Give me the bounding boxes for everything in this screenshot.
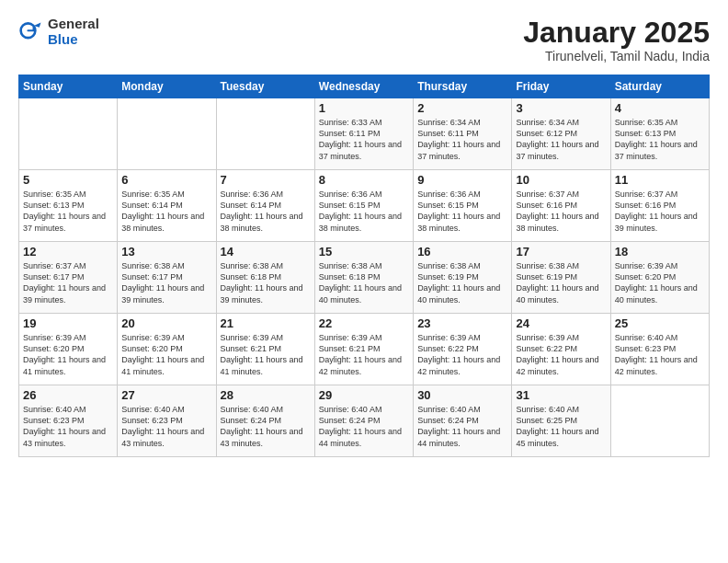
weekday-header-friday: Friday [512, 75, 610, 98]
cell-info: Sunrise: 6:35 AMSunset: 6:13 PMDaylight:… [615, 117, 705, 162]
day-number: 1 [319, 101, 409, 115]
day-number: 24 [516, 316, 606, 330]
cell-info: Sunrise: 6:40 AMSunset: 6:23 PMDaylight:… [615, 332, 705, 377]
calendar-cell: 31Sunrise: 6:40 AMSunset: 6:25 PMDayligh… [512, 385, 610, 457]
calendar-week-row: 26Sunrise: 6:40 AMSunset: 6:23 PMDayligh… [19, 385, 710, 457]
calendar-cell: 15Sunrise: 6:38 AMSunset: 6:18 PMDayligh… [314, 242, 413, 314]
cell-info: Sunrise: 6:34 AMSunset: 6:12 PMDaylight:… [516, 117, 606, 162]
calendar-cell: 30Sunrise: 6:40 AMSunset: 6:24 PMDayligh… [414, 385, 512, 457]
calendar-week-row: 19Sunrise: 6:39 AMSunset: 6:20 PMDayligh… [19, 314, 710, 385]
logo-blue-label: Blue [48, 32, 99, 48]
cell-info: Sunrise: 6:39 AMSunset: 6:20 PMDaylight:… [615, 260, 705, 305]
day-number: 12 [23, 245, 113, 259]
cell-info: Sunrise: 6:40 AMSunset: 6:23 PMDaylight:… [121, 404, 211, 449]
day-number: 3 [516, 101, 606, 115]
calendar-cell [610, 385, 709, 457]
calendar-cell: 11Sunrise: 6:37 AMSunset: 6:16 PMDayligh… [610, 170, 709, 242]
day-number: 29 [319, 388, 409, 402]
day-number: 20 [121, 316, 211, 330]
day-number: 9 [417, 173, 507, 187]
calendar-cell: 25Sunrise: 6:40 AMSunset: 6:23 PMDayligh… [610, 314, 709, 385]
cell-info: Sunrise: 6:35 AMSunset: 6:13 PMDaylight:… [23, 189, 113, 234]
calendar-week-row: 1Sunrise: 6:33 AMSunset: 6:11 PMDaylight… [19, 98, 710, 170]
calendar-cell: 5Sunrise: 6:35 AMSunset: 6:13 PMDaylight… [19, 170, 118, 242]
calendar-cell [118, 98, 216, 170]
day-number: 11 [615, 173, 705, 187]
cell-info: Sunrise: 6:39 AMSunset: 6:22 PMDaylight:… [417, 332, 507, 377]
cell-info: Sunrise: 6:36 AMSunset: 6:14 PMDaylight:… [221, 189, 311, 234]
calendar-cell: 23Sunrise: 6:39 AMSunset: 6:22 PMDayligh… [414, 314, 512, 385]
calendar-cell: 10Sunrise: 6:37 AMSunset: 6:16 PMDayligh… [512, 170, 610, 242]
cell-info: Sunrise: 6:40 AMSunset: 6:24 PMDaylight:… [319, 404, 409, 449]
page: General Blue January 2025 Tirunelveli, T… [0, 0, 728, 466]
calendar-table: SundayMondayTuesdayWednesdayThursdayFrid… [18, 75, 710, 457]
calendar-cell: 4Sunrise: 6:35 AMSunset: 6:13 PMDaylight… [610, 98, 709, 170]
day-number: 10 [516, 173, 606, 187]
weekday-header-sunday: Sunday [19, 75, 118, 98]
calendar-cell [19, 98, 118, 170]
calendar-cell: 9Sunrise: 6:36 AMSunset: 6:15 PMDaylight… [414, 170, 512, 242]
day-number: 4 [615, 101, 705, 115]
calendar-week-row: 12Sunrise: 6:37 AMSunset: 6:17 PMDayligh… [19, 242, 710, 314]
cell-info: Sunrise: 6:39 AMSunset: 6:21 PMDaylight:… [221, 332, 311, 377]
month-title: January 2025 [523, 17, 710, 49]
cell-info: Sunrise: 6:36 AMSunset: 6:15 PMDaylight:… [417, 189, 507, 234]
calendar-cell: 17Sunrise: 6:38 AMSunset: 6:19 PMDayligh… [512, 242, 610, 314]
weekday-header-thursday: Thursday [414, 75, 512, 98]
header: General Blue January 2025 Tirunelveli, T… [18, 17, 710, 63]
day-number: 13 [121, 245, 211, 259]
calendar-cell: 21Sunrise: 6:39 AMSunset: 6:21 PMDayligh… [216, 314, 314, 385]
weekday-header-wednesday: Wednesday [314, 75, 413, 98]
calendar-cell: 14Sunrise: 6:38 AMSunset: 6:18 PMDayligh… [216, 242, 314, 314]
day-number: 5 [23, 173, 113, 187]
day-number: 14 [221, 245, 311, 259]
logo: General Blue [18, 17, 99, 47]
weekday-header-saturday: Saturday [610, 75, 709, 98]
location: Tirunelveli, Tamil Nadu, India [523, 49, 710, 63]
day-number: 25 [615, 316, 705, 330]
calendar-cell: 2Sunrise: 6:34 AMSunset: 6:11 PMDaylight… [414, 98, 512, 170]
cell-info: Sunrise: 6:37 AMSunset: 6:17 PMDaylight:… [23, 260, 113, 305]
cell-info: Sunrise: 6:38 AMSunset: 6:18 PMDaylight:… [319, 260, 409, 305]
calendar-cell: 18Sunrise: 6:39 AMSunset: 6:20 PMDayligh… [610, 242, 709, 314]
calendar-cell: 8Sunrise: 6:36 AMSunset: 6:15 PMDaylight… [314, 170, 413, 242]
calendar-cell: 12Sunrise: 6:37 AMSunset: 6:17 PMDayligh… [19, 242, 118, 314]
day-number: 19 [23, 316, 113, 330]
cell-info: Sunrise: 6:36 AMSunset: 6:15 PMDaylight:… [319, 189, 409, 234]
cell-info: Sunrise: 6:40 AMSunset: 6:24 PMDaylight:… [221, 404, 311, 449]
day-number: 16 [417, 245, 507, 259]
logo-text: General Blue [48, 17, 99, 47]
logo-general-label: General [48, 17, 99, 32]
day-number: 7 [221, 173, 311, 187]
cell-info: Sunrise: 6:35 AMSunset: 6:14 PMDaylight:… [121, 189, 211, 234]
day-number: 27 [121, 388, 211, 402]
day-number: 8 [319, 173, 409, 187]
calendar-cell: 19Sunrise: 6:39 AMSunset: 6:20 PMDayligh… [19, 314, 118, 385]
cell-info: Sunrise: 6:38 AMSunset: 6:19 PMDaylight:… [516, 260, 606, 305]
calendar-cell: 28Sunrise: 6:40 AMSunset: 6:24 PMDayligh… [216, 385, 314, 457]
calendar-week-row: 5Sunrise: 6:35 AMSunset: 6:13 PMDaylight… [19, 170, 710, 242]
cell-info: Sunrise: 6:40 AMSunset: 6:24 PMDaylight:… [417, 404, 507, 449]
cell-info: Sunrise: 6:40 AMSunset: 6:25 PMDaylight:… [516, 404, 606, 449]
day-number: 22 [319, 316, 409, 330]
weekday-header-row: SundayMondayTuesdayWednesdayThursdayFrid… [19, 75, 710, 98]
calendar-cell: 20Sunrise: 6:39 AMSunset: 6:20 PMDayligh… [118, 314, 216, 385]
cell-info: Sunrise: 6:34 AMSunset: 6:11 PMDaylight:… [417, 117, 507, 162]
cell-info: Sunrise: 6:39 AMSunset: 6:22 PMDaylight:… [516, 332, 606, 377]
day-number: 28 [221, 388, 311, 402]
cell-info: Sunrise: 6:37 AMSunset: 6:16 PMDaylight:… [516, 189, 606, 234]
day-number: 18 [615, 245, 705, 259]
cell-info: Sunrise: 6:37 AMSunset: 6:16 PMDaylight:… [615, 189, 705, 234]
day-number: 26 [23, 388, 113, 402]
day-number: 21 [221, 316, 311, 330]
calendar-cell: 27Sunrise: 6:40 AMSunset: 6:23 PMDayligh… [118, 385, 216, 457]
day-number: 15 [319, 245, 409, 259]
calendar-cell: 16Sunrise: 6:38 AMSunset: 6:19 PMDayligh… [414, 242, 512, 314]
cell-info: Sunrise: 6:38 AMSunset: 6:19 PMDaylight:… [417, 260, 507, 305]
cell-info: Sunrise: 6:39 AMSunset: 6:20 PMDaylight:… [23, 332, 113, 377]
cell-info: Sunrise: 6:40 AMSunset: 6:23 PMDaylight:… [23, 404, 113, 449]
cell-info: Sunrise: 6:38 AMSunset: 6:17 PMDaylight:… [121, 260, 211, 305]
calendar-cell: 3Sunrise: 6:34 AMSunset: 6:12 PMDaylight… [512, 98, 610, 170]
logo-icon [18, 19, 44, 45]
title-block: January 2025 Tirunelveli, Tamil Nadu, In… [523, 17, 710, 63]
